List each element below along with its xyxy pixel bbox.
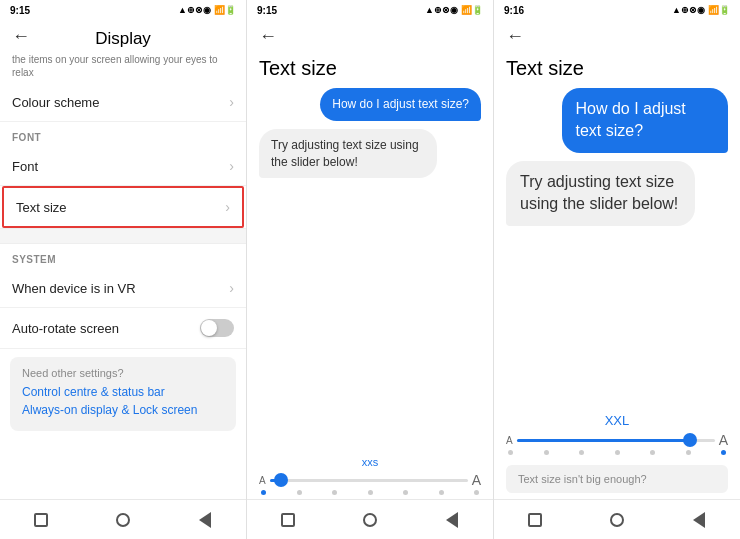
auto-rotate-label: Auto-rotate screen xyxy=(12,321,119,336)
status-time-3: 9:16 xyxy=(504,5,524,16)
slider-thumb-3[interactable] xyxy=(683,433,697,447)
signal-icon-3: ▲⊕⊗◉ xyxy=(672,5,705,15)
chevron-icon-colour: › xyxy=(229,94,234,110)
chevron-icon-vr: › xyxy=(229,280,234,296)
bubble-right-3: How do I adjust text size? xyxy=(562,88,729,153)
nav-circle-btn-2[interactable] xyxy=(359,509,381,531)
slider-track-2[interactable] xyxy=(270,479,468,482)
slider-area-2: xxs A A xyxy=(247,448,493,499)
status-bar-2: 9:15 ▲⊕⊗◉ 📶🔋 xyxy=(247,0,493,20)
chevron-icon-textsize: › xyxy=(225,199,230,215)
toggle-thumb xyxy=(201,320,217,336)
text-size-label: Text size xyxy=(16,200,67,215)
panel-display-settings: 9:15 ▲⊕⊗◉ 📶🔋 ← Display the items on your… xyxy=(0,0,247,539)
dot-3 xyxy=(332,490,337,495)
dot-1 xyxy=(261,490,266,495)
bubble-right-2: How do I adjust text size? xyxy=(320,88,481,121)
other-settings-card: Need other settings? Control centre & st… xyxy=(10,357,236,431)
page-title-3: Text size xyxy=(494,57,740,80)
nav-square-btn-3[interactable] xyxy=(524,509,546,531)
chevron-icon-font: › xyxy=(229,158,234,174)
back-button-3[interactable]: ← xyxy=(506,26,728,47)
battery-icon-1: 📶🔋 xyxy=(214,5,236,15)
dot-7 xyxy=(474,490,479,495)
nav-triangle-icon-1 xyxy=(199,512,211,528)
status-time-2: 9:15 xyxy=(257,5,277,16)
status-bar-1: 9:15 ▲⊕⊗◉ 📶🔋 xyxy=(0,0,246,20)
slider-a-left-3: A xyxy=(506,435,513,446)
page-subtitle-1: the items on your screen allowing your e… xyxy=(12,53,234,79)
nav-square-btn-2[interactable] xyxy=(277,509,299,531)
slider-dots-2 xyxy=(259,490,481,495)
status-icons-2: ▲⊕⊗◉ 📶🔋 xyxy=(425,5,483,15)
p3-header: ← xyxy=(494,20,740,51)
dot-2 xyxy=(297,490,302,495)
vr-item[interactable]: When device is in VR › xyxy=(0,269,246,308)
dot-3-3 xyxy=(579,450,584,455)
status-time-1: 9:15 xyxy=(10,5,30,16)
slider-filled-3 xyxy=(517,439,691,442)
control-centre-link[interactable]: Control centre & status bar xyxy=(22,385,224,399)
nav-back-btn-3[interactable] xyxy=(688,509,710,531)
slider-dots-3 xyxy=(506,450,728,455)
hint-box-3: Text size isn't big enough? xyxy=(506,465,728,493)
nav-circle-btn-3[interactable] xyxy=(606,509,628,531)
auto-rotate-toggle[interactable] xyxy=(200,319,234,337)
slider-row-3: A A xyxy=(506,432,728,448)
nav-back-btn-1[interactable] xyxy=(194,509,216,531)
system-section-label: SYSTEM xyxy=(0,244,246,269)
font-label: Font xyxy=(12,159,38,174)
nav-circle-icon-2 xyxy=(363,513,377,527)
slider-label-3: XXL xyxy=(506,413,728,428)
signal-icon-2: ▲⊕⊗◉ xyxy=(425,5,458,15)
slider-track-3[interactable] xyxy=(517,439,715,442)
p1-header: ← Display the items on your screen allow… xyxy=(0,20,246,83)
colour-scheme-label: Colour scheme xyxy=(12,95,99,110)
nav-square-icon-1 xyxy=(34,513,48,527)
nav-bar-3 xyxy=(494,499,740,539)
colour-scheme-item[interactable]: Colour scheme › xyxy=(0,83,246,122)
dot-3-7 xyxy=(721,450,726,455)
font-item[interactable]: Font › xyxy=(0,147,246,186)
always-on-link[interactable]: Always-on display & Lock screen xyxy=(22,403,224,417)
back-button-2[interactable]: ← xyxy=(259,26,481,47)
nav-bar-2 xyxy=(247,499,493,539)
dot-5 xyxy=(403,490,408,495)
nav-triangle-icon-2 xyxy=(446,512,458,528)
dot-3-5 xyxy=(650,450,655,455)
battery-icon-2: 📶🔋 xyxy=(461,5,483,15)
slider-a-left-2: A xyxy=(259,475,266,486)
nav-back-btn-2[interactable] xyxy=(441,509,463,531)
slider-label-2: xxs xyxy=(259,456,481,468)
status-icons-3: ▲⊕⊗◉ 📶🔋 xyxy=(672,5,730,15)
nav-triangle-icon-3 xyxy=(693,512,705,528)
nav-square-icon-3 xyxy=(528,513,542,527)
section-divider-1 xyxy=(0,228,246,244)
font-section-label: FONT xyxy=(0,122,246,147)
p2-header: ← xyxy=(247,20,493,51)
panel-text-size-large: 9:16 ▲⊕⊗◉ 📶🔋 ← Text size How do I adjust… xyxy=(494,0,740,539)
nav-square-icon-2 xyxy=(281,513,295,527)
slider-thumb-2[interactable] xyxy=(274,473,288,487)
dot-3-4 xyxy=(615,450,620,455)
card-title: Need other settings? xyxy=(22,367,224,379)
battery-icon-3: 📶🔋 xyxy=(708,5,730,15)
signal-icon-1: ▲⊕⊗◉ xyxy=(178,5,211,15)
nav-bar-1 xyxy=(0,499,246,539)
nav-square-btn-1[interactable] xyxy=(30,509,52,531)
auto-rotate-item[interactable]: Auto-rotate screen xyxy=(0,308,246,349)
dot-3-1 xyxy=(508,450,513,455)
nav-circle-btn-1[interactable] xyxy=(112,509,134,531)
bubble-left-2: Try adjusting text size using the slider… xyxy=(259,129,437,179)
text-size-item[interactable]: Text size › xyxy=(2,186,244,228)
page-title-2: Text size xyxy=(247,57,493,80)
vr-label: When device is in VR xyxy=(12,281,136,296)
page-title-1: Display xyxy=(12,29,234,49)
slider-row-2: A A xyxy=(259,472,481,488)
slider-area-3: XXL A A xyxy=(494,405,740,459)
dot-6 xyxy=(439,490,444,495)
chat-area-3: How do I adjust text size? Try adjusting… xyxy=(494,80,740,405)
slider-a-right-3: A xyxy=(719,432,728,448)
dot-3-2 xyxy=(544,450,549,455)
status-icons-1: ▲⊕⊗◉ 📶🔋 xyxy=(178,5,236,15)
